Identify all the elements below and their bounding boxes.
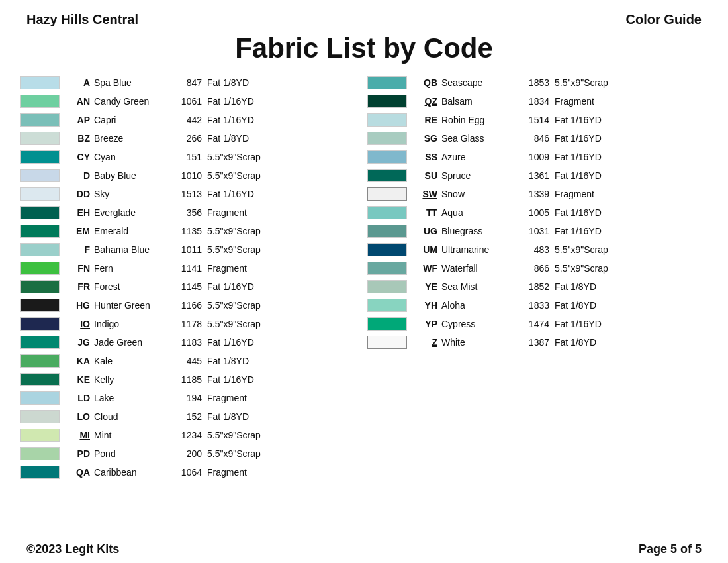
table-row: WFWaterfall8665.5"x9"Scrap <box>367 259 708 278</box>
color-swatch <box>20 206 60 219</box>
fabric-yardage: 5.5"x9"Scrap <box>207 244 261 255</box>
fabric-name: Aqua <box>441 207 518 218</box>
fabric-code: YP <box>412 319 437 329</box>
fabric-code: SU <box>412 170 437 181</box>
color-swatch <box>367 76 407 89</box>
fabric-code: RE <box>412 115 437 125</box>
fabric-code: KA <box>65 356 90 366</box>
color-swatch <box>20 410 60 423</box>
fabric-name: Kelly <box>94 374 170 385</box>
fabric-number: 1339 <box>518 189 549 199</box>
fabric-yardage: Fragment <box>207 263 247 274</box>
color-swatch <box>367 280 407 293</box>
table-row: APCapri442Fat 1/16YD <box>20 111 361 129</box>
table-row: PDPond2005.5"x9"Scrap <box>20 444 361 463</box>
fabric-code: SW <box>412 189 437 199</box>
color-swatch <box>20 280 60 293</box>
fabric-yardage: Fat 1/16YD <box>555 170 602 181</box>
fabric-code: HG <box>65 300 90 311</box>
fabric-yardage: Fat 1/16YD <box>207 374 254 385</box>
fabric-code: TT <box>412 207 437 218</box>
fabric-name: Pond <box>94 448 170 459</box>
fabric-name: Lake <box>94 393 170 403</box>
table-row: FNFern1141Fragment <box>20 259 361 278</box>
fabric-yardage: Fat 1/16YD <box>207 282 254 292</box>
table-row: JGJade Green1183Fat 1/16YD <box>20 333 361 352</box>
table-row: UGBluegrass1031Fat 1/16YD <box>367 222 708 240</box>
fabric-name: Aloha <box>441 300 518 311</box>
fabric-code: SS <box>412 152 437 162</box>
table-row: SSAzure1009Fat 1/16YD <box>367 148 708 166</box>
color-swatch <box>20 262 60 275</box>
fabric-yardage: Fragment <box>555 96 594 107</box>
fabric-name: Forest <box>94 282 170 292</box>
color-swatch <box>20 354 60 368</box>
color-swatch <box>20 113 60 127</box>
color-swatch <box>20 187 60 201</box>
table-row: KAKale445Fat 1/8YD <box>20 352 361 370</box>
content-area: ASpa Blue847Fat 1/8YDANCandy Green1061Fa… <box>0 74 728 482</box>
fabric-number: 1387 <box>518 337 549 348</box>
color-swatch <box>20 243 60 256</box>
table-row: DBaby Blue10105.5"x9"Scrap <box>20 166 361 185</box>
fabric-number: 1061 <box>170 96 202 107</box>
fabric-yardage: Fat 1/16YD <box>207 189 254 199</box>
fabric-number: 1361 <box>518 170 549 181</box>
fabric-number: 1178 <box>170 319 202 329</box>
fabric-number: 1166 <box>170 300 202 311</box>
fabric-yardage: 5.5"x9"Scrap <box>207 300 261 311</box>
fabric-yardage: 5.5"x9"Scrap <box>555 77 608 88</box>
company-name: Hazy Hills Central <box>26 12 138 27</box>
fabric-yardage: Fat 1/8YD <box>207 356 249 366</box>
fabric-yardage: Fat 1/8YD <box>555 337 596 348</box>
fabric-number: 1852 <box>518 282 549 292</box>
fabric-yardage: Fat 1/16YD <box>207 337 254 348</box>
color-swatch <box>20 447 60 460</box>
fabric-number: 445 <box>170 356 202 366</box>
table-row: KEKelly1185Fat 1/16YD <box>20 370 361 389</box>
fabric-number: 1234 <box>170 430 202 440</box>
guide-label: Color Guide <box>626 12 702 27</box>
fabric-code: UM <box>412 244 437 255</box>
color-swatch <box>20 169 60 182</box>
fabric-yardage: 5.5"x9"Scrap <box>207 430 261 440</box>
color-swatch <box>20 373 60 386</box>
fabric-code: LD <box>65 393 90 403</box>
table-row: ZWhite1387Fat 1/8YD <box>367 333 708 352</box>
color-swatch <box>367 317 407 331</box>
fabric-name: Breeze <box>94 133 170 144</box>
table-row: SGSea Glass846Fat 1/16YD <box>367 129 708 148</box>
fabric-number: 1005 <box>518 207 549 218</box>
fabric-code: AP <box>65 115 90 125</box>
table-row: FRForest1145Fat 1/16YD <box>20 278 361 296</box>
fabric-number: 1145 <box>170 282 202 292</box>
fabric-yardage: Fat 1/8YD <box>207 77 249 88</box>
fabric-name: Spa Blue <box>94 77 170 88</box>
color-swatch <box>367 169 407 182</box>
fabric-number: 846 <box>518 133 549 144</box>
bottom-bar: ©2023 Legit Kits Page 5 of 5 <box>0 536 728 563</box>
fabric-yardage: Fragment <box>207 467 247 478</box>
fabric-name: Everglade <box>94 207 170 218</box>
fabric-name: Snow <box>441 189 518 199</box>
fabric-code: LO <box>65 411 90 422</box>
fabric-code: Z <box>412 337 437 348</box>
table-row: RERobin Egg1514Fat 1/16YD <box>367 111 708 129</box>
fabric-number: 1141 <box>170 263 202 274</box>
fabric-code: FN <box>65 263 90 274</box>
fabric-name: Sky <box>94 189 170 199</box>
color-swatch <box>20 466 60 479</box>
fabric-number: 1011 <box>170 244 202 255</box>
fabric-number: 1183 <box>170 337 202 348</box>
table-row: ANCandy Green1061Fat 1/16YD <box>20 92 361 111</box>
fabric-name: Candy Green <box>94 96 170 107</box>
fabric-yardage: 5.5"x9"Scrap <box>207 448 261 459</box>
fabric-name: Cypress <box>441 319 518 329</box>
fabric-number: 1010 <box>170 170 202 181</box>
color-swatch <box>20 317 60 331</box>
fabric-code: PD <box>65 448 90 459</box>
fabric-yardage: 5.5"x9"Scrap <box>555 263 608 274</box>
fabric-yardage: Fat 1/16YD <box>555 152 602 162</box>
fabric-yardage: Fat 1/16YD <box>555 207 602 218</box>
fabric-code: KE <box>65 374 90 385</box>
